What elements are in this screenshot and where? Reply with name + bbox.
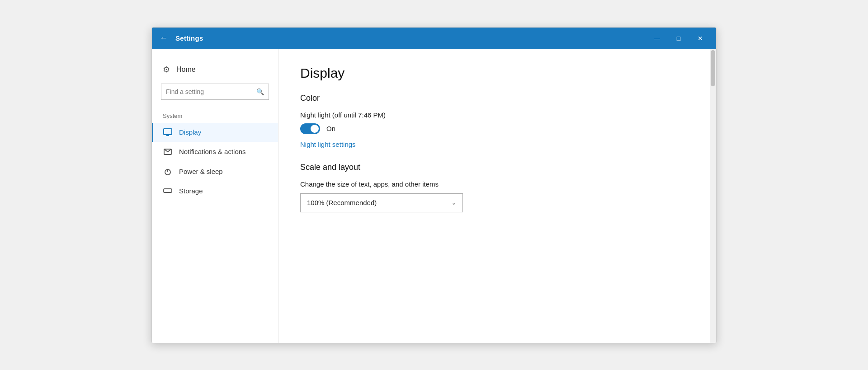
sidebar-item-notifications[interactable]: Notifications & actions [152, 142, 278, 162]
power-label: Power & sleep [179, 168, 223, 175]
home-label: Home [176, 66, 196, 74]
color-section-title: Color [300, 94, 694, 103]
svg-rect-5 [164, 189, 172, 192]
toggle-state-label: On [326, 125, 335, 132]
page-title: Display [300, 66, 694, 81]
sidebar: ⚙ Home 🔍 System Display [152, 49, 278, 343]
search-input[interactable] [166, 88, 256, 95]
scale-layout-section: Scale and layout Change the size of text… [300, 163, 694, 212]
sidebar-item-display[interactable]: Display [152, 123, 278, 142]
window-title: Settings [175, 34, 203, 42]
power-icon [163, 167, 173, 176]
maximize-button[interactable]: □ [668, 31, 689, 46]
sidebar-section-label: System [152, 107, 278, 123]
svg-rect-0 [164, 129, 172, 135]
scale-dropdown[interactable]: 100% (Recommended) ⌄ [300, 193, 463, 212]
sidebar-item-storage[interactable]: Storage [152, 182, 278, 200]
toggle-knob [311, 125, 319, 133]
settings-window: ← Settings — □ ✕ ⚙ Home 🔍 [151, 27, 717, 343]
scrollbar-track [710, 49, 716, 343]
gear-icon: ⚙ [163, 65, 170, 75]
title-bar: ← Settings — □ ✕ [152, 28, 716, 49]
night-light-toggle-row: On [300, 123, 694, 134]
svg-rect-1 [166, 135, 169, 136]
window-controls: — □ ✕ [646, 31, 711, 46]
content-area: ⚙ Home 🔍 System Display [152, 49, 716, 343]
search-icon: 🔍 [256, 88, 264, 95]
scale-section-title: Scale and layout [300, 163, 694, 172]
chevron-down-icon: ⌄ [452, 200, 456, 206]
night-light-settings-link[interactable]: Night light settings [300, 141, 694, 148]
monitor-icon [163, 128, 173, 136]
scale-value: 100% (Recommended) [307, 199, 377, 206]
sidebar-item-power[interactable]: Power & sleep [152, 162, 278, 182]
night-light-label: Night light (off until 7:46 PM) [300, 111, 694, 119]
display-label: Display [179, 128, 201, 136]
scrollbar-thumb[interactable] [711, 50, 715, 86]
sidebar-item-home[interactable]: ⚙ Home [152, 60, 278, 82]
close-button[interactable]: ✕ [690, 31, 711, 46]
bell-icon [163, 147, 173, 156]
minimize-button[interactable]: — [646, 31, 667, 46]
main-panel: Display Color Night light (off until 7:4… [278, 49, 716, 343]
back-button[interactable]: ← [157, 32, 170, 45]
scale-description: Change the size of text, apps, and other… [300, 180, 694, 188]
storage-label: Storage [179, 187, 203, 195]
storage-icon [163, 188, 173, 193]
search-box[interactable]: 🔍 [161, 84, 269, 100]
notifications-label: Notifications & actions [179, 148, 246, 155]
night-light-toggle[interactable] [300, 123, 320, 134]
